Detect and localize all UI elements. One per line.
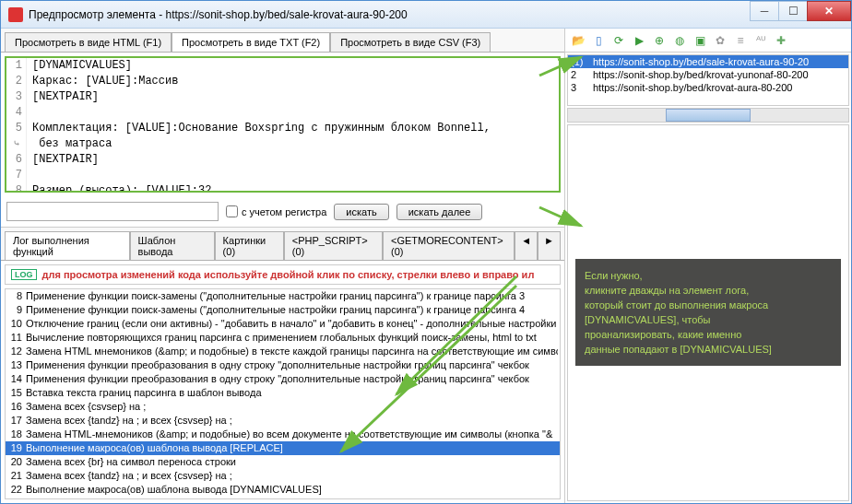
log-row[interactable]: 13Применения функции преобразования в од… [6,358,560,372]
tab-nav[interactable]: ► [538,231,561,260]
left-pane: Просмотреть в виде HTML (F1)Просмотреть … [1,29,565,503]
log-row[interactable]: 11Вычисление повторяющихся границ парсин… [6,331,560,345]
auto-icon[interactable]: ᴬᵁ [753,33,768,48]
lower-tab-4[interactable]: <GETMORECONTENT> (0) [383,231,515,260]
view-tab-2[interactable]: Просмотреть в виде CSV (F3) [330,32,491,52]
log-row[interactable]: 23Преобразование контента в формат CSV (… [6,497,560,499]
lower-tab-1[interactable]: Шаблон вывода [130,231,215,260]
app-window: Предпросмотр элемента - https://sonit-sh… [0,0,852,504]
log-row[interactable]: 12Замена HTML мнемоников (&amp; и подобн… [6,345,560,358]
url-row[interactable]: (1)https://sonit-shop.by/bed/sale-krovat… [568,55,848,68]
window-title: Предпросмотр элемента - https://sonit-sh… [29,8,751,21]
url-list[interactable]: (1)https://sonit-shop.by/bed/sale-krovat… [567,54,849,106]
lower-tab-0[interactable]: Лог выполнения функций [5,231,130,260]
find-button[interactable]: искать [334,204,388,220]
view-tab-0[interactable]: Просмотреть в виде HTML (F1) [5,32,172,52]
code-preview[interactable]: 1[DYNAMICVALUES]2Каркас: [VALUE]:Массив3… [5,56,561,193]
add-icon[interactable]: ✚ [774,33,788,48]
hint-overlay: Если нужно,кликните дважды на элемент ло… [575,259,841,366]
list-icon[interactable]: ≡ [733,33,748,48]
lower-tab-3[interactable]: <PHP_SCRIPT> (0) [284,231,383,260]
log-row[interactable]: 22Выполнение макроса(ов) шаблона вывода … [6,483,560,497]
log-row[interactable]: 9Применение функции поиск-замены ("допол… [6,303,560,317]
url-scrollbar[interactable] [567,108,849,123]
log-row[interactable]: 14Применения функции преобразования в од… [6,372,560,386]
window-controls: ─ ☐ ✕ [751,1,851,28]
search-input[interactable] [6,202,219,221]
find-next-button[interactable]: искать далее [396,204,483,220]
log-hint-bar: LOG для просмотра изменений кода использ… [5,264,561,285]
search-bar: с учетом регистра искать искать далее [1,196,564,228]
log-row[interactable]: 15Вставка текста границ парсинга в шабло… [6,386,560,400]
titlebar[interactable]: Предпросмотр элемента - https://sonit-sh… [1,1,851,29]
log-badge-icon: LOG [11,269,37,280]
log-row[interactable]: 16Замена всех {csvsep} на ; [6,400,560,414]
log-row[interactable]: 17Замена всех {tandz} на ; и всех {csvse… [6,414,560,428]
case-checkbox-wrap[interactable]: с учетом регистра [226,205,326,217]
app-icon [8,7,23,22]
play-icon[interactable]: ▶ [632,33,646,48]
toolbar: 📂▯⟳▶⊕◍▣✿≡ᴬᵁ✚ [565,29,851,53]
refresh-icon[interactable]: ⟳ [611,33,626,48]
url-row[interactable]: 3https://sonit-shop.by/bed/krovat-aura-8… [568,81,848,94]
lower-tab-2[interactable]: Картинки (0) [215,231,284,260]
globe-icon[interactable]: ⊕ [652,33,667,48]
log-row[interactable]: 10Отключение границ (если они активны) -… [6,317,560,331]
close-button[interactable]: ✕ [807,1,851,21]
minimize-button[interactable]: ─ [750,1,779,21]
stop-icon[interactable]: ▣ [692,33,707,48]
right-pane: 📂▯⟳▶⊕◍▣✿≡ᴬᵁ✚ (1)https://sonit-shop.by/be… [565,29,851,503]
url-row[interactable]: 2https://sonit-shop.by/bed/krovat-yunona… [568,68,848,81]
world-icon[interactable]: ◍ [672,33,687,48]
maximize-button[interactable]: ☐ [778,1,808,21]
log-list[interactable]: 8Применение функции поиск-замены ("допол… [5,288,561,499]
view-tab-1[interactable]: Просмотреть в виде TXT (F2) [172,32,330,52]
preview-area: Если нужно,кликните дважды на элемент ло… [567,124,849,501]
log-row[interactable]: 18Замена HTML-мнемоников (&amp; и подобн… [6,428,560,441]
delete-icon[interactable]: ▯ [591,33,606,48]
tab-nav[interactable]: ◄ [515,231,538,260]
gear-icon[interactable]: ✿ [713,33,728,48]
folder-icon[interactable]: 📂 [571,33,586,48]
case-checkbox[interactable] [226,205,238,217]
view-tabs: Просмотреть в виде HTML (F1)Просмотреть … [1,29,564,53]
log-row[interactable]: 20Замена всех {br} на символ переноса ст… [6,455,560,469]
lower-tabs: Лог выполнения функцийШаблон выводаКарти… [1,228,564,261]
case-label: с учетом регистра [242,206,326,217]
log-row[interactable]: 19Выполнение макроса(ов) шаблона вывода … [6,441,560,455]
scrollbar-thumb[interactable] [666,109,750,122]
log-row[interactable]: 8Применение функции поиск-замены ("допол… [6,289,560,303]
log-row[interactable]: 21Замена всех {tandz} на ; и всех {csvse… [6,469,560,483]
log-hint-text: для просмотра изменений кода используйте… [42,269,535,280]
